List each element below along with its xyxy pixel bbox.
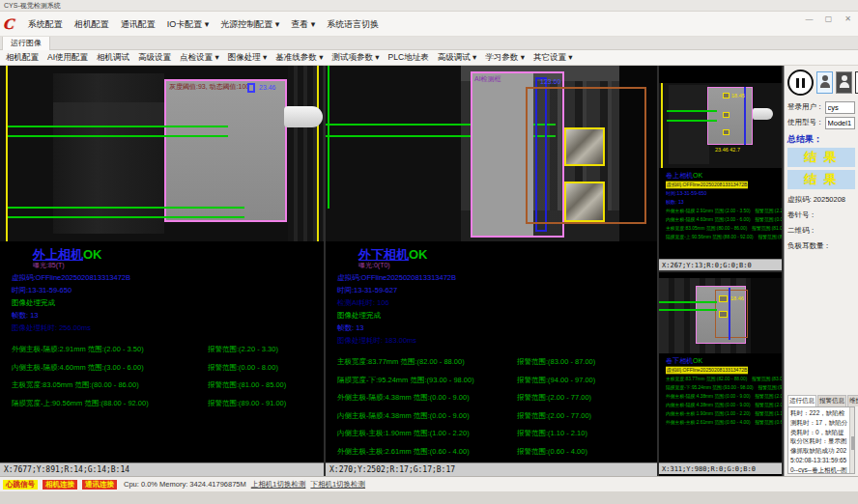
user-login-button[interactable]: [816, 71, 833, 94]
login-user-input[interactable]: [825, 101, 856, 114]
exposure-label: 曝光:85(T): [33, 261, 324, 270]
tool-advanced-debug[interactable]: 高级调试 ▾: [438, 52, 477, 64]
pixel-coordinate-bar: X:270;Y:2502;R:17;G:17;B:17: [326, 462, 657, 476]
tab-run-image[interactable]: 运行图像: [2, 36, 50, 50]
roi-box-pink: [707, 87, 753, 145]
measurement-row: 内侧主极-隔膜:4.38mm 范围:(0.00 - 9.00)报警范围:(2.0…: [666, 402, 782, 408]
camera-result-title: 外下相机OK: [358, 247, 657, 262]
menu-item-io-config[interactable]: IO卡配置 ▾: [167, 18, 210, 31]
info-tabs: 运行信息 报警信息 维护信息: [787, 395, 855, 406]
pixel-coordinate-bar: X:311;Y:980;R:0;G:0;B:0: [659, 462, 782, 474]
tool-other-settings[interactable]: 其它设置 ▾: [533, 52, 573, 64]
measurement-row: 主极宽度:83.05mm 范围:(80.00 - 86.00)报警范围:(81.…: [12, 380, 324, 390]
camera-name: 外下相机: [358, 247, 409, 262]
run-log-box[interactable]: 耗时：222，缺陷检测耗时：17，缺陷分类耗时：0，缺陷提取分区耗时：显示图像抓…: [787, 406, 855, 474]
measurement-row: 内侧主极-隔膜:4.38mm 范围:(0.00 - 9.00)报警范围:(2.0…: [337, 411, 657, 421]
green-guide-line: [667, 120, 717, 122]
measure-value: 外侧主极-隔膜:4.38mm 范围:(0.00 - 9.00): [337, 393, 517, 403]
yellow-measure-label: 23.46 42.7: [715, 147, 740, 153]
result-ok-badge: OK: [693, 172, 702, 179]
menu-item-view[interactable]: 查看 ▾: [291, 18, 315, 31]
tool-advanced-settings[interactable]: 高级设置: [138, 52, 171, 64]
measurement-row: 外侧主极-隔膜:4.38mm 范围:(0.00 - 9.00)报警范围:(2.0…: [337, 393, 657, 403]
camera-image-outer-lower[interactable]: AI检测框 123.60: [326, 66, 657, 241]
thumbnail-reel-upper[interactable]: 18.45 23.46 42.7 卷上相机OK 虚拟码:OFFline20250…: [659, 66, 782, 272]
virtual-code-chip: 虚拟码:OFFline2025020813313472B: [666, 367, 748, 375]
thumbnail-image-upper[interactable]: 18.45 23.46 42.7: [659, 83, 782, 168]
login-label: 登录用户：: [787, 102, 824, 112]
measurement-row: 内侧主极-主极:1.90mm 范围:(1.00 - 2.20)报警范围:(1.1…: [666, 410, 782, 417]
alarm-range: 报警范围:(0.00 - 8.00): [208, 363, 278, 373]
maximize-button[interactable]: ▢: [822, 14, 835, 23]
lower-camera-switch-link[interactable]: 下相机1切换检测: [310, 480, 365, 490]
elapsed-line: 图像处理耗时: 256.00ms: [12, 323, 324, 333]
camera-image-outer-upper[interactable]: 灰度阈值:93, 动态阈值:100 23.46: [0, 66, 324, 241]
thumbnail-reel-lower[interactable]: 18.46 卷下相机OK 虚拟码:OFFline2025020813313472…: [659, 272, 782, 474]
tool-image-processing[interactable]: 图像处理 ▾: [228, 52, 268, 64]
green-guide-line: [8, 216, 244, 218]
user-manage-button[interactable]: [836, 71, 852, 94]
tool-baseline-params[interactable]: 基准线参数 ▾: [275, 52, 323, 64]
measurement-row: 隔膜宽度-下:95.24mm 范围:(93.00 - 98.00)报警范围:(9…: [666, 384, 782, 391]
result-box-lower: 结 果: [787, 170, 855, 189]
measurement-row: 主极宽度:83.05mm 范围:(80.00 - 86.00)报警范围:(81.…: [666, 225, 782, 232]
window-controls: — ▢ ✕: [803, 14, 854, 23]
menu-item-system-config[interactable]: 系统配置: [28, 18, 63, 31]
yellow-guide-line: [6, 66, 8, 241]
minimize-button[interactable]: —: [803, 14, 815, 23]
result-ok-badge: OK: [83, 247, 102, 262]
green-guide-line: [8, 207, 244, 209]
status-bar: 心跳信号 相机连接 通讯连接 Cpu: 0.0% Memory: 3424.41…: [0, 476, 858, 491]
camera-name: 卷下相机: [666, 357, 693, 364]
frame-count-line: 帧数: 13: [666, 199, 764, 207]
measurement-row: 隔膜宽度-上:90.56mm 范围:(88.00 - 92.00)报警范围:(8…: [12, 399, 324, 408]
measure-value-label: 23.46: [259, 84, 276, 91]
toolbar: 相机配置 AI使用配置 相机调试 高级设置 点检设置 ▾ 图像处理 ▾ 基准线参…: [0, 50, 858, 66]
measure-value: 内侧主极-主极:1.90mm 范围:(1.00 - 2.20): [337, 429, 517, 438]
alarm-range: 报警范围:(2.00 - 77.00): [517, 411, 591, 421]
model-input[interactable]: [825, 117, 856, 129]
tab-strip: 运行图像: [0, 37, 858, 50]
alarm-range: 报警范围:(81.00 - 85.00): [208, 380, 286, 390]
thumbnail-image-lower[interactable]: 18.46: [659, 278, 782, 353]
tool-test-params[interactable]: 测试项参数 ▾: [331, 52, 379, 64]
tool-ai-use-config[interactable]: AI使用配置: [47, 52, 88, 64]
tool-spot-check[interactable]: 点检设置 ▾: [180, 52, 219, 64]
measurement-row: 外侧主极-主极:2.61mm 范围:(0.60 - 4.00)报警范围:(0.6…: [666, 419, 782, 426]
tab-alarm-info[interactable]: 报警信息: [817, 395, 846, 406]
log-scrollbar[interactable]: [849, 407, 854, 473]
green-guide-line: [8, 126, 228, 127]
measure-value: 主极宽度:83.77mm 范围:(82.00 - 88.00): [337, 357, 517, 367]
yellow-marker-box: [723, 93, 729, 98]
login-row: 登录用户：: [787, 101, 855, 114]
elapsed-line: 图像处理耗时: 183.00ms: [337, 336, 657, 346]
tool-plc-address[interactable]: PLC地址表: [388, 52, 429, 64]
menu-item-comm-config[interactable]: 通讯配置: [121, 18, 156, 31]
tab-run-info[interactable]: 运行信息: [787, 395, 816, 406]
sidebar: 登录用户： 使用型号： 总结果： 结 果 结 果 虚拟码: 20250208 卷…: [784, 66, 858, 476]
green-guide-line: [328, 66, 329, 209]
upper-camera-switch-link[interactable]: 上相机1切换检测: [251, 480, 306, 490]
yellow-marker-box: [723, 129, 729, 135]
menu-item-light-config[interactable]: 光源控制配置 ▾: [220, 18, 279, 31]
time-line: 时间:13-31-59-627: [337, 286, 657, 295]
pixel-coordinate-bar: X:7677;Y:891;R:14;G:14;B:14: [0, 462, 324, 476]
measurement-row: 内侧主极-隔膜:4.60mm 范围:(3.00 - 6.00)报警范围:(0.0…: [12, 363, 324, 373]
tool-learning-params[interactable]: 学习参数 ▾: [485, 52, 525, 64]
alarm-range: 报警范围:(0.60 - 4.00): [517, 447, 587, 457]
tool-camera-config[interactable]: 相机配置: [6, 52, 39, 64]
anode-tab-count-label: 负极耳数量：: [787, 241, 855, 251]
pause-button[interactable]: [787, 70, 814, 96]
white-connector: [753, 108, 773, 120]
close-button[interactable]: ✕: [842, 14, 854, 23]
measurement-row: 外侧主极-隔膜:2.91mm 范围:(2.00 - 3.50)报警范围:(2.2…: [666, 208, 782, 214]
time-line: 时间:13-31-59-650: [12, 286, 324, 295]
app-window: CYS-视觉检测系统 C 系统配置 相机配置 通讯配置 IO卡配置 ▾ 光源控制…: [0, 0, 858, 504]
tab-maintain-info[interactable]: 维护信息: [847, 395, 858, 406]
virtual-code-value: 虚拟码: 20250208: [787, 195, 855, 205]
yellow-measure-label: 18.45: [731, 93, 745, 98]
menu-item-language[interactable]: 系统语言切换: [327, 18, 379, 31]
menu-item-camera-config[interactable]: 相机配置: [74, 18, 109, 31]
tool-camera-debug[interactable]: 相机调试: [97, 52, 129, 64]
measurement-row: 主极宽度:83.77mm 范围:(82.00 - 88.00)报警范围:(83.…: [337, 357, 657, 367]
